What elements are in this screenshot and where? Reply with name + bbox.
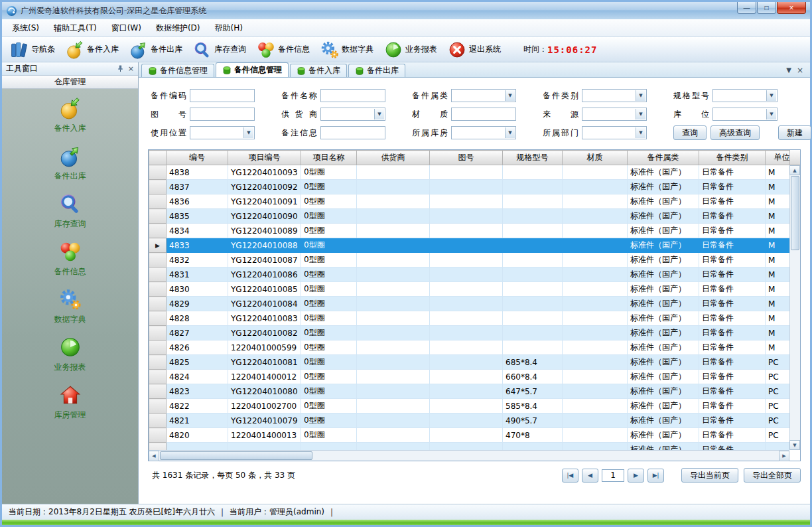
grid-cell[interactable] bbox=[563, 355, 628, 370]
scroll-right-icon[interactable]: ▶ bbox=[779, 451, 789, 461]
grid-cell[interactable] bbox=[357, 428, 430, 443]
grid-cell[interactable]: 0型圈 bbox=[301, 267, 357, 282]
column-header[interactable]: 供货商 bbox=[357, 151, 430, 165]
grid-cell[interactable]: M bbox=[766, 340, 790, 355]
tab-parts-in[interactable]: 备件入库 bbox=[290, 64, 347, 77]
grid-cell[interactable]: 0型圈 bbox=[301, 194, 357, 209]
grid-cell[interactable]: 日常备件 bbox=[699, 165, 766, 180]
grid-cell[interactable]: M bbox=[766, 267, 790, 282]
row-selector[interactable]: ▶ bbox=[149, 238, 167, 253]
grid-cell[interactable]: 0型圈 bbox=[301, 399, 357, 414]
grid-cell[interactable]: 4825 bbox=[167, 355, 228, 370]
grid-cell[interactable] bbox=[503, 311, 563, 326]
grid-cell[interactable]: 0型圈 bbox=[301, 340, 357, 355]
grid-row[interactable]: 4836YG122040100910型圈标准件（国产）日常备件M bbox=[149, 194, 790, 209]
grid-cell[interactable]: 标准件（国产） bbox=[628, 414, 699, 428]
grid-cell[interactable]: YG12204010080 bbox=[228, 384, 301, 399]
grid-cell[interactable]: 日常备件 bbox=[699, 194, 766, 209]
material-input[interactable] bbox=[451, 108, 516, 121]
grid-cell[interactable]: M bbox=[766, 311, 790, 326]
grid-cell[interactable] bbox=[503, 194, 563, 209]
grid-cell[interactable]: 4833 bbox=[167, 238, 228, 253]
grid-cell[interactable]: 1220401000599 bbox=[228, 340, 301, 355]
grid-cell[interactable]: 0型圈 bbox=[301, 282, 357, 297]
grid-cell[interactable]: 1220401400013 bbox=[228, 428, 301, 443]
grid-cell[interactable]: YG12204010092 bbox=[228, 180, 301, 194]
grid-cell[interactable] bbox=[357, 165, 430, 180]
grid-cell[interactable]: 4822 bbox=[167, 399, 228, 414]
grid-cell[interactable]: 日常备件 bbox=[699, 355, 766, 370]
grid-cell[interactable]: 4829 bbox=[167, 297, 228, 311]
grid-cell[interactable]: 660*8.4 bbox=[503, 370, 563, 384]
grid-cell[interactable] bbox=[357, 399, 430, 414]
grid-cell[interactable] bbox=[503, 326, 563, 340]
row-selector[interactable] bbox=[149, 180, 167, 194]
grid-cell[interactable] bbox=[357, 180, 430, 194]
grid-cell[interactable] bbox=[430, 399, 503, 414]
grid-cell[interactable]: YG12204010089 bbox=[228, 224, 301, 238]
grid-cell[interactable]: 日常备件 bbox=[699, 297, 766, 311]
grid-cell[interactable]: 4826 bbox=[167, 340, 228, 355]
grid-cell[interactable] bbox=[563, 414, 628, 428]
column-header[interactable]: 备件类别 bbox=[699, 151, 766, 165]
row-selector[interactable] bbox=[149, 209, 167, 224]
grid-cell[interactable] bbox=[503, 224, 563, 238]
row-selector[interactable] bbox=[149, 428, 167, 443]
grid-cell[interactable]: 标准件（国产） bbox=[628, 399, 699, 414]
grid-row[interactable]: 482612204010005990型圈标准件（国产）日常备件M bbox=[149, 340, 790, 355]
column-header[interactable]: 备件属类 bbox=[628, 151, 699, 165]
grid-cell[interactable] bbox=[430, 282, 503, 297]
sidebar-item-parts-out[interactable]: 备件出库 bbox=[2, 145, 138, 182]
grid-cell[interactable]: 日常备件 bbox=[699, 282, 766, 297]
horizontal-scrollbar[interactable]: ◀ ▶ bbox=[149, 450, 789, 461]
grid-cell[interactable]: M bbox=[766, 194, 790, 209]
use-position-select[interactable]: ▼ bbox=[190, 126, 255, 139]
row-selector[interactable] bbox=[149, 326, 167, 340]
toolbar-parts-in-button[interactable]: 备件入库 bbox=[60, 39, 124, 60]
grid-cell[interactable] bbox=[563, 253, 628, 267]
grid-row[interactable]: 4832YG122040100870型圈标准件（国产）日常备件M bbox=[149, 253, 790, 267]
grid-cell[interactable]: 1220401002700 bbox=[228, 399, 301, 414]
grid-cell[interactable] bbox=[503, 253, 563, 267]
grid-cell[interactable] bbox=[430, 209, 503, 224]
grid-cell[interactable] bbox=[430, 311, 503, 326]
grid-row[interactable]: 4828YG122040100830型圈标准件（国产）日常备件M bbox=[149, 311, 790, 326]
grid-cell[interactable]: PC bbox=[766, 414, 790, 428]
grid-cell[interactable] bbox=[430, 297, 503, 311]
sidebar-item-report[interactable]: 业务报表 bbox=[2, 336, 138, 373]
grid-cell[interactable] bbox=[563, 340, 628, 355]
grid-row[interactable]: 4834YG122040100890型圈标准件（国产）日常备件M bbox=[149, 224, 790, 238]
row-selector[interactable] bbox=[149, 297, 167, 311]
row-selector[interactable] bbox=[149, 194, 167, 209]
grid-cell[interactable] bbox=[563, 180, 628, 194]
grid-cell[interactable] bbox=[503, 443, 563, 451]
menu-help[interactable]: 帮助(H) bbox=[208, 20, 250, 37]
grid-cell[interactable]: M bbox=[766, 238, 790, 253]
grid-cell[interactable]: YG12204010093 bbox=[228, 165, 301, 180]
horizontal-scroll-thumb[interactable] bbox=[160, 451, 312, 460]
grid-cell[interactable]: YG12204010081 bbox=[228, 355, 301, 370]
grid-row[interactable]: 482012204014000130型圈470*8标准件（国产）日常备件PC bbox=[149, 428, 790, 443]
grid-cell[interactable] bbox=[430, 355, 503, 370]
grid-cell[interactable]: 0型圈 bbox=[301, 180, 357, 194]
tab-list-dropdown-icon[interactable]: ▼ bbox=[786, 67, 791, 74]
grid-cell[interactable]: 490*5.7 bbox=[503, 414, 563, 428]
tab-parts-info-manage-2[interactable]: 备件信息管理 bbox=[216, 62, 289, 77]
row-selector[interactable] bbox=[149, 267, 167, 282]
source-select[interactable]: ▼ bbox=[582, 108, 647, 121]
toolbar-navbar-button[interactable]: 导航条 bbox=[5, 39, 60, 60]
grid-cell[interactable]: 日常备件 bbox=[699, 311, 766, 326]
grid-cell[interactable] bbox=[503, 282, 563, 297]
grid-cell[interactable]: 1220401400012 bbox=[228, 370, 301, 384]
grid-cell[interactable] bbox=[563, 311, 628, 326]
grid-row[interactable]: ▶4833YG122040100880型圈标准件（国产）日常备件M bbox=[149, 238, 790, 253]
grid-cell[interactable]: 日常备件 bbox=[699, 253, 766, 267]
row-selector[interactable] bbox=[149, 414, 167, 428]
warehouse-select[interactable]: ▼ bbox=[451, 126, 516, 139]
column-header[interactable]: 材质 bbox=[563, 151, 628, 165]
grid-cell[interactable] bbox=[430, 253, 503, 267]
close-button[interactable]: × bbox=[777, 2, 806, 14]
row-selector[interactable] bbox=[149, 282, 167, 297]
grid-cell[interactable]: 标准件（国产） bbox=[628, 194, 699, 209]
grid-cell[interactable]: YG12204010085 bbox=[228, 282, 301, 297]
